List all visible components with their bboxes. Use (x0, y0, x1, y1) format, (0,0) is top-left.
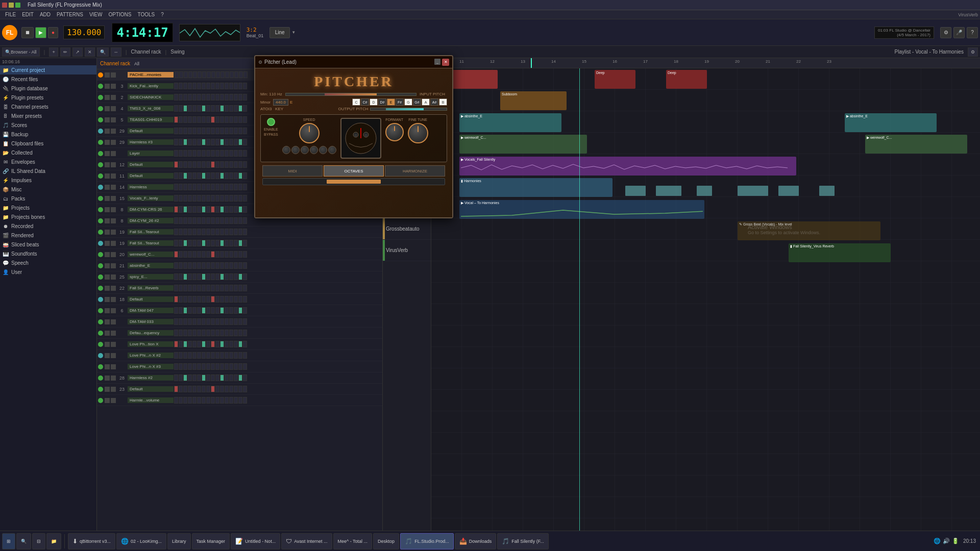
pad[interactable] (229, 150, 233, 157)
channel-led-11[interactable] (98, 196, 103, 201)
pad[interactable] (197, 330, 201, 336)
clip-harmonies-mini-6[interactable] (819, 186, 835, 196)
pad[interactable] (192, 139, 197, 145)
pad[interactable] (192, 273, 197, 280)
pad[interactable] (211, 386, 215, 392)
pad[interactable] (215, 116, 219, 123)
pad[interactable] (197, 341, 201, 347)
pad[interactable] (229, 363, 233, 370)
channel-mute-7[interactable] (105, 151, 110, 156)
pad[interactable] (229, 307, 233, 314)
pad[interactable] (174, 116, 178, 123)
pad[interactable] (202, 71, 206, 78)
channel-led-27[interactable] (98, 375, 103, 381)
pitcher-output-slider[interactable] (370, 108, 447, 111)
pad[interactable] (202, 341, 206, 347)
pad[interactable] (202, 307, 206, 314)
pad[interactable] (206, 285, 210, 291)
pad[interactable] (229, 251, 233, 258)
pad[interactable] (207, 71, 211, 78)
pad[interactable] (206, 307, 210, 314)
pad[interactable] (202, 397, 206, 404)
pad[interactable] (234, 330, 238, 336)
pitcher-octave-slider[interactable] (262, 178, 445, 185)
channel-name-26[interactable]: Love Phi...n X #3 (128, 364, 174, 369)
pad[interactable] (192, 184, 197, 190)
pad[interactable] (229, 341, 233, 347)
channel-mute-15[interactable] (105, 241, 110, 246)
pad[interactable] (188, 184, 192, 190)
pad[interactable] (188, 341, 192, 347)
pad[interactable] (197, 172, 201, 179)
pad[interactable] (183, 307, 187, 314)
pad[interactable] (234, 386, 238, 392)
channel-mute-13[interactable] (105, 218, 110, 223)
bpm-display[interactable]: 130.000 (63, 26, 105, 39)
pad[interactable] (197, 150, 201, 157)
pad[interactable] (175, 71, 179, 78)
pad[interactable] (179, 341, 183, 347)
pad[interactable] (238, 296, 242, 303)
pad[interactable] (215, 397, 219, 404)
pad[interactable] (215, 262, 219, 269)
channel-solo-22[interactable] (111, 319, 116, 324)
pad[interactable] (220, 217, 224, 224)
channel-mute-28[interactable] (105, 387, 110, 392)
pad[interactable] (179, 330, 183, 336)
pad[interactable] (202, 285, 206, 291)
pad[interactable] (238, 318, 242, 325)
pad[interactable] (174, 307, 178, 314)
sidebar-item-collected[interactable]: 📂 Collected (0, 148, 96, 157)
pad[interactable] (202, 273, 206, 280)
pad[interactable] (225, 341, 229, 347)
pad[interactable] (225, 195, 229, 202)
pad[interactable] (229, 240, 233, 246)
pad[interactable] (234, 116, 238, 123)
pad[interactable] (238, 341, 242, 347)
pad[interactable] (202, 251, 206, 258)
pad[interactable] (183, 318, 187, 325)
clip-swells-werewolf-1[interactable]: ▶ werewolf_C... (459, 135, 587, 154)
channel-mute-23[interactable] (105, 331, 110, 336)
pad[interactable] (220, 206, 224, 213)
pad[interactable] (197, 352, 201, 359)
pad[interactable] (183, 161, 187, 168)
channel-led-1[interactable] (98, 84, 103, 89)
channel-mute-20[interactable] (105, 297, 110, 302)
pad[interactable] (202, 105, 206, 112)
tray-volume[interactable]: 🔊 (943, 538, 950, 544)
track-label-grossbeatauto[interactable]: Grossbeatauto (383, 218, 431, 240)
pad[interactable] (206, 296, 210, 303)
pad[interactable] (220, 251, 224, 258)
pad[interactable] (179, 296, 183, 303)
pad[interactable] (206, 161, 210, 168)
pad[interactable] (197, 94, 201, 101)
pad[interactable] (238, 116, 242, 123)
pad[interactable] (183, 273, 187, 280)
pad[interactable] (243, 150, 247, 157)
pad[interactable] (206, 94, 210, 101)
pad[interactable] (192, 307, 197, 314)
pad[interactable] (229, 397, 233, 404)
pad[interactable] (179, 172, 183, 179)
pitcher-freq-slider[interactable] (285, 93, 416, 96)
channel-name-13[interactable]: DM-CYM_26 #2 (128, 218, 174, 223)
pad[interactable] (225, 206, 229, 213)
pad[interactable] (202, 386, 206, 392)
channel-solo-20[interactable] (111, 297, 116, 302)
pad[interactable] (197, 128, 201, 134)
pad[interactable] (192, 330, 197, 336)
sidebar-item-speech[interactable]: 💬 Speech (0, 258, 96, 267)
taskbar-search[interactable]: 🔍 (16, 533, 31, 549)
pad[interactable] (243, 161, 247, 168)
stop-button[interactable]: ⏹ (21, 27, 34, 38)
pad[interactable] (215, 150, 219, 157)
pad[interactable] (238, 105, 242, 112)
pad[interactable] (243, 229, 247, 235)
pad[interactable] (188, 386, 192, 392)
channel-solo-13[interactable] (111, 218, 116, 223)
key-btn-Fs[interactable]: F# (396, 98, 404, 106)
pad[interactable] (238, 83, 242, 89)
pad[interactable] (238, 184, 242, 190)
pad[interactable] (225, 105, 229, 112)
